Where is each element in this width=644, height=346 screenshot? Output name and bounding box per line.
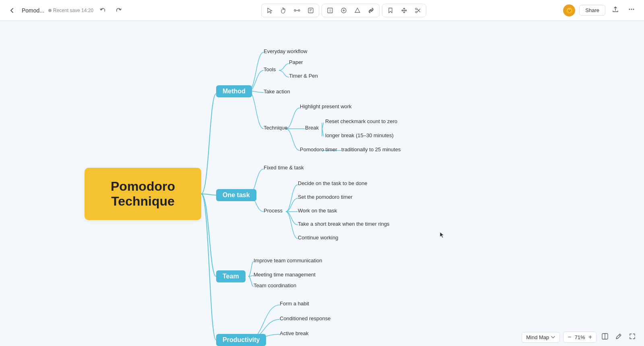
tool-bookmark[interactable] — [384, 5, 397, 16]
header: Pomod... Recent save 14:20 — [0, 0, 644, 21]
toolbar-group-3 — [382, 4, 426, 17]
leaf-break[interactable]: Break — [305, 125, 319, 131]
leaf-improve[interactable]: Improve team communication — [254, 257, 322, 264]
more-button[interactable] — [625, 4, 638, 16]
upload-button[interactable] — [609, 4, 621, 16]
svg-point-12 — [415, 11, 417, 13]
leaf-reset[interactable]: Reset checkmark count to zero — [325, 118, 397, 124]
leaf-pomodoro[interactable]: Pomodoro timer — [300, 146, 337, 152]
branch-onetask[interactable]: One task — [216, 189, 256, 201]
leaf-habit[interactable]: Form a habit — [280, 301, 309, 307]
zoom-controls: − 71% + — [563, 332, 597, 343]
leaf-highlight[interactable]: Highlight present work — [300, 103, 352, 109]
branch-method-label: Method — [223, 88, 246, 95]
zoom-level: 71% — [575, 334, 585, 340]
header-left: Pomod... Recent save 14:20 — [6, 6, 124, 15]
toolbar-group-1 — [261, 4, 319, 17]
undo-button[interactable] — [97, 6, 109, 15]
leaf-activebreak[interactable]: Active break — [280, 330, 309, 336]
branch-onetask-label: One task — [223, 192, 250, 198]
svg-rect-3 — [308, 8, 313, 13]
save-dot — [48, 9, 52, 12]
leaf-meeting[interactable]: Meeting time management — [254, 272, 316, 278]
branch-productivity[interactable]: Productivity — [216, 334, 266, 346]
canvas[interactable]: Pomodoro Technique Method One task Team … — [0, 21, 644, 346]
svg-point-16 — [631, 9, 632, 10]
leaf-timerpen[interactable]: Timer & Pen — [289, 73, 318, 79]
leaf-work[interactable]: Work on the task — [298, 208, 337, 214]
zoom-minus-button[interactable]: − — [567, 334, 572, 341]
leaf-takeaction[interactable]: Take action — [264, 89, 290, 95]
central-node-label: Pomodoro Technique — [111, 179, 175, 209]
leaf-process[interactable]: Process — [264, 208, 283, 214]
leaf-traditionally[interactable]: traditionally to 25 minutes — [341, 146, 400, 152]
leaf-setpomodoro[interactable]: Set the pomodoro timer — [298, 194, 353, 200]
tool-hand[interactable] — [277, 5, 290, 16]
tool-move[interactable] — [398, 5, 411, 16]
svg-point-0 — [294, 10, 296, 11]
leaf-coordination[interactable]: Team coordination — [254, 282, 296, 288]
tool-connect[interactable] — [291, 5, 303, 16]
branch-team-label: Team — [223, 273, 239, 280]
redo-button[interactable] — [113, 6, 124, 15]
central-node[interactable]: Pomodoro Technique — [85, 168, 201, 220]
expand-button[interactable] — [627, 331, 638, 344]
zoom-plus-button[interactable]: + — [588, 334, 593, 341]
header-right: 🌞 Share — [563, 4, 638, 16]
svg-point-17 — [633, 9, 634, 10]
leaf-paper[interactable]: Paper — [289, 59, 303, 65]
leaf-tools[interactable]: Tools — [264, 66, 276, 72]
svg-point-1 — [298, 10, 300, 11]
share-button[interactable]: Share — [579, 5, 605, 16]
leaf-longer[interactable]: longer break (15–30 minutes) — [325, 132, 394, 138]
back-button[interactable] — [6, 6, 18, 15]
header-center: ① — [261, 4, 426, 17]
map-type-label: Mind Map — [526, 334, 549, 340]
bottom-bar: Mind Map − 71% + — [0, 328, 644, 346]
map-type-button[interactable]: Mind Map — [522, 332, 560, 343]
tool-link[interactable] — [365, 5, 378, 16]
logo-circle: 🌞 — [563, 4, 575, 16]
save-label: Recent save 14:20 — [53, 8, 93, 13]
tool-frame[interactable]: ① — [324, 5, 336, 16]
save-info: Recent save 14:20 — [48, 8, 93, 13]
tool-note[interactable] — [304, 5, 317, 16]
svg-point-15 — [629, 9, 630, 10]
pen-button[interactable] — [613, 331, 624, 344]
tool-shape[interactable] — [351, 5, 364, 16]
tab-title: Pomod... — [22, 7, 44, 14]
leaf-technique[interactable]: Technique — [264, 125, 287, 131]
toolbar-group-2: ① — [322, 4, 380, 17]
branch-method[interactable]: Method — [216, 85, 252, 97]
leaf-shortbreak[interactable]: Take a short break when the timer rings — [298, 221, 390, 227]
leaf-fixedtime[interactable]: Fixed time & task — [264, 165, 304, 171]
leaf-conditioned[interactable]: Conditioned response — [280, 315, 330, 321]
cursor — [439, 231, 444, 236]
tool-scissors[interactable] — [411, 5, 424, 16]
tool-add[interactable] — [337, 5, 350, 16]
branch-team[interactable]: Team — [216, 270, 246, 282]
tool-select[interactable] — [263, 5, 276, 16]
leaf-decide[interactable]: Decide on the task to be done — [298, 180, 367, 186]
branch-productivity-label: Productivity — [223, 336, 260, 343]
svg-text:①: ① — [328, 8, 331, 12]
svg-point-11 — [415, 8, 417, 10]
panel-button[interactable] — [600, 331, 610, 344]
leaf-continue[interactable]: Continue working — [298, 235, 338, 241]
leaf-everyday[interactable]: Everyday workflow — [264, 48, 307, 54]
